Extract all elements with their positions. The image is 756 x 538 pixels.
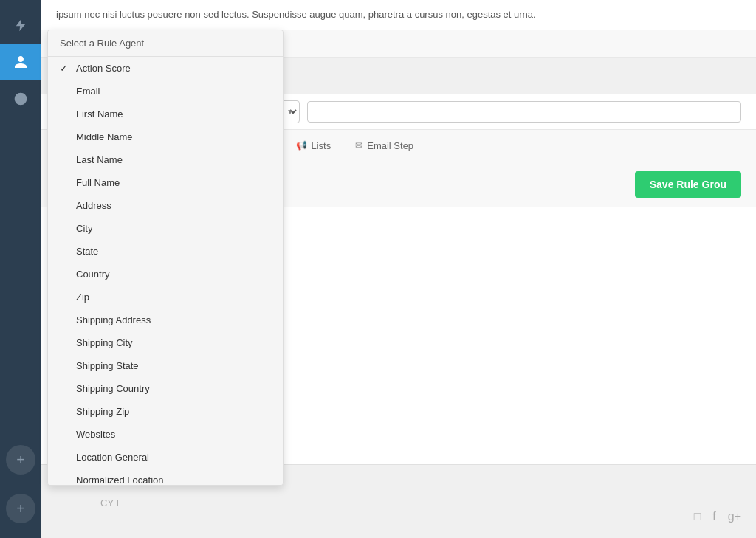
check-mark-action-score: ✓ — [60, 63, 70, 74]
dropdown-item-action-score[interactable]: ✓Action Score — [48, 57, 283, 80]
save-rule-group-button[interactable]: Save Rule Grou — [635, 171, 741, 198]
dropdown-item-shipping-address[interactable]: Shipping Address — [48, 308, 283, 331]
body-text: ipsum nec nisi luctus posuere non sed le… — [56, 9, 536, 20]
sidebar-item-circle[interactable] — [0, 81, 41, 117]
dropdown-item-first-name[interactable]: First Name — [48, 103, 283, 125]
dropdown-item-label-email: Email — [76, 86, 271, 97]
dropdown-item-label-location-general: Location General — [76, 452, 271, 463]
dropdown-item-label-city: City — [76, 223, 271, 234]
dropdown-item-shipping-state[interactable]: Shipping State — [48, 354, 283, 377]
dropdown-item-last-name[interactable]: Last Name — [48, 148, 283, 171]
dropdown-item-normalized-location[interactable]: Normalized Location — [48, 469, 283, 485]
email-step-icon: ✉ — [355, 140, 362, 151]
dropdown-item-label-first-name: First Name — [76, 108, 271, 120]
condition-value-input[interactable] — [307, 101, 741, 123]
dropdown-item-label-action-score: Action Score — [76, 63, 271, 74]
dropdown-item-label-state: State — [76, 246, 271, 257]
lists-icon: 📢 — [296, 140, 307, 151]
dropdown-item-label-country: Country — [76, 269, 271, 280]
dropdown-item-label-shipping-zip: Shipping Zip — [76, 406, 271, 417]
dropdown-item-label-shipping-address: Shipping Address — [76, 314, 271, 325]
dropdown-item-label-last-name: Last Name — [76, 154, 271, 165]
dropdown-item-full-name[interactable]: Full Name — [48, 171, 283, 194]
dropdown-item-email[interactable]: Email — [48, 80, 283, 103]
dropdown-item-label-normalized-location: Normalized Location — [76, 475, 271, 485]
dropdown-item-shipping-zip[interactable]: Shipping Zip — [48, 400, 283, 423]
dropdown-header: Select a Rule Agent — [48, 30, 283, 57]
sidebar-add-button[interactable]: + — [6, 445, 35, 475]
dropdown-item-zip[interactable]: Zip — [48, 286, 283, 308]
dropdown-item-middle-name[interactable]: Middle Name — [48, 125, 283, 148]
dropdown-item-label-zip: Zip — [76, 292, 271, 303]
facebook-icon[interactable]: f — [712, 510, 715, 523]
dropdown-item-state[interactable]: State — [48, 240, 283, 263]
dropdown-item-label-shipping-city: Shipping City — [76, 337, 271, 348]
sidebar-item-person[interactable] — [0, 44, 41, 80]
save-button-label: Save Rule Grou — [650, 179, 726, 190]
sidebar-add-button2[interactable]: + — [6, 494, 35, 523]
dropdown-item-city[interactable]: City — [48, 217, 283, 240]
dropdown-list: ✓Action ScoreEmailFirst NameMiddle NameL… — [48, 57, 283, 485]
dropdown-item-label-shipping-state: Shipping State — [76, 360, 271, 371]
dropdown-item-label-full-name: Full Name — [76, 177, 271, 188]
dropdown-item-address[interactable]: Address — [48, 194, 283, 217]
dropdown-item-location-general[interactable]: Location General — [48, 446, 283, 469]
bottom-left-text: CY I — [100, 497, 119, 508]
dropdown-item-label-address: Address — [76, 200, 271, 211]
dropdown-item-label-websites: Websites — [76, 429, 271, 440]
rule-agent-dropdown: Select a Rule Agent ✓Action ScoreEmailFi… — [47, 30, 284, 486]
sidebar-item-bolt[interactable] — [0, 7, 41, 43]
tab-email-step-label: Email Step — [367, 140, 413, 151]
sidebar: + + — [0, 0, 41, 538]
tab-lists-label: Lists — [312, 140, 331, 151]
tab-email-step[interactable]: ✉ Email Step — [343, 136, 425, 156]
svg-point-0 — [15, 93, 27, 106]
rss-icon[interactable]: □ — [694, 510, 701, 523]
dropdown-item-websites[interactable]: Websites — [48, 423, 283, 446]
dropdown-item-country[interactable]: Country — [48, 263, 283, 286]
dropdown-item-shipping-country[interactable]: Shipping Country — [48, 377, 283, 400]
google-plus-icon[interactable]: g+ — [728, 510, 741, 523]
tab-lists[interactable]: 📢 Lists — [284, 136, 344, 156]
dropdown-item-label-shipping-country: Shipping Country — [76, 383, 271, 394]
dropdown-item-label-middle-name: Middle Name — [76, 131, 271, 142]
dropdown-item-shipping-city[interactable]: Shipping City — [48, 331, 283, 354]
text-area: ipsum nec nisi luctus posuere non sed le… — [41, 0, 756, 30]
